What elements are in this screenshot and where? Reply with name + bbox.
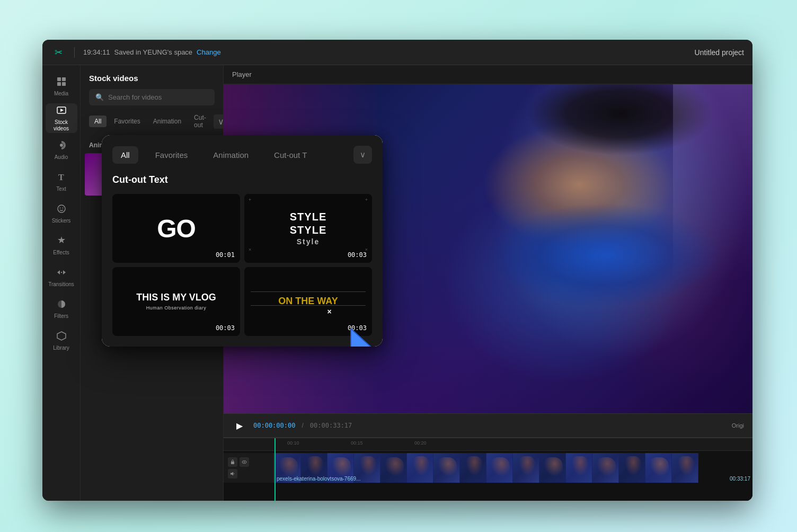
popup-inner: All Favorites Animation Cut-out T ∨ Cut-… <box>102 135 383 347</box>
effects-icon <box>56 235 67 247</box>
sidebar-item-text[interactable]: T Text <box>46 167 77 197</box>
lock-icon[interactable] <box>228 457 237 467</box>
style-text-1: STYLE <box>290 211 326 223</box>
text-icon: T <box>56 172 67 184</box>
track-controls-row1 <box>228 457 269 467</box>
popup-duration-style: 00:03 <box>348 251 367 259</box>
film-frame-16 <box>672 453 698 483</box>
playhead[interactable] <box>274 438 276 501</box>
ruler-mark-3: 00:20 <box>414 440 427 446</box>
popup-tab-cutout[interactable]: Cut-out T <box>265 146 315 164</box>
timeline-track: pexels-ekaterina-bolovtsova-7669... 00:3… <box>224 453 752 483</box>
marker-tr: + <box>365 197 368 202</box>
go-text: GO <box>157 214 196 243</box>
stickers-icon <box>56 203 67 216</box>
sidebar-item-audio[interactable]: Audio <box>46 135 77 165</box>
sidebar-item-stickers[interactable]: Stickers <box>46 199 77 228</box>
svg-rect-2 <box>57 82 61 86</box>
panel-title: Stock videos <box>81 65 223 89</box>
app-logo: ✂ <box>51 45 66 60</box>
filter-tab-animation[interactable]: Animation <box>148 116 187 127</box>
sidebar-item-stock[interactable]: Stockvideos <box>46 103 77 133</box>
search-bar[interactable]: 🔍 <box>89 89 215 105</box>
player-right-label: Origi <box>732 422 744 429</box>
stock-icon <box>56 105 67 117</box>
popup-duration-go: 00:01 <box>216 251 235 259</box>
filter-tabs: All Favorites Animation Cut-out ∨ <box>81 112 223 131</box>
film-frame-6 <box>407 453 433 483</box>
clip-duration: 00:33:17 <box>730 476 750 482</box>
search-icon: 🔍 <box>95 93 104 101</box>
svg-rect-0 <box>57 77 61 81</box>
svg-point-9 <box>59 207 60 208</box>
popup-tabs: All Favorites Animation Cut-out T ∨ <box>112 146 372 164</box>
svg-point-8 <box>58 205 65 212</box>
svg-text:T: T <box>58 173 64 182</box>
film-frame-10 <box>513 453 539 483</box>
marker-tl: + <box>249 197 251 202</box>
film-frame-12 <box>566 453 592 483</box>
popup-duration-vlog: 00:03 <box>216 324 235 332</box>
sidebar-item-media-label: Media <box>54 91 68 97</box>
audio-icon <box>56 140 67 152</box>
popup-section-title: Cut-out Text <box>112 174 372 185</box>
popup-thumb-go[interactable]: GO 00:01 <box>112 194 240 263</box>
film-frame-14 <box>619 453 645 483</box>
play-button[interactable]: ▶ <box>232 418 247 433</box>
sidebar-item-filters[interactable]: Filters <box>46 294 77 324</box>
change-link[interactable]: Change <box>197 48 221 56</box>
time-divider: / <box>302 422 303 429</box>
sidebar-item-media[interactable]: Media <box>46 72 77 101</box>
film-frame-9 <box>486 453 513 483</box>
sidebar-item-filters-label: Filters <box>54 313 68 320</box>
eye-icon[interactable] <box>240 457 249 467</box>
film-frame-11 <box>539 453 566 483</box>
svg-marker-19 <box>351 329 376 347</box>
ruler-mark-2: 00:15 <box>351 440 363 446</box>
sidebar-item-stickers-label: Stickers <box>52 218 71 224</box>
popup-thumb-style[interactable]: + + STYLE STYLE Style × × 00:03 <box>244 194 372 263</box>
film-frame-8 <box>460 453 486 483</box>
sidebar-item-text-label: Text <box>56 186 66 192</box>
film-frame-5 <box>380 453 407 483</box>
marker-bl: × <box>249 247 251 252</box>
film-frame-7 <box>433 453 460 483</box>
popup-tab-favorites[interactable]: Favorites <box>147 146 197 164</box>
right-highlight <box>673 84 752 282</box>
filter-tab-favorites[interactable]: Favorites <box>109 116 145 127</box>
sidebar-item-library[interactable]: Library <box>46 326 77 356</box>
svg-point-10 <box>62 207 63 208</box>
popup-thumb-vlog[interactable]: THIS IS MY VLOG Human Observation diary … <box>112 267 240 336</box>
style-text-2: STYLE <box>290 224 326 236</box>
sidebar-item-effects[interactable]: Effects <box>46 230 77 260</box>
svg-marker-13 <box>57 332 66 340</box>
total-time: 00:00:33:17 <box>310 422 352 429</box>
volume-icon[interactable] <box>228 469 237 478</box>
style-text-3: Style <box>297 237 320 246</box>
project-title: Untitled project <box>695 48 744 57</box>
vlog-text-sub: Human Observation diary <box>146 305 207 311</box>
top-bar: ✂ 19:34:11 Saved in YEUNG's space Change… <box>42 40 752 65</box>
svg-marker-5 <box>60 109 64 112</box>
search-input[interactable] <box>108 93 208 101</box>
popup-tab-all[interactable]: All <box>112 146 138 164</box>
sidebar-item-effects-label: Effects <box>53 250 69 256</box>
timestamp: 19:34:11 <box>83 48 110 56</box>
filter-tab-cutout[interactable]: Cut-out <box>189 112 211 131</box>
popup-tab-animation[interactable]: Animation <box>205 146 257 164</box>
popup-grid: GO 00:01 + + STYLE STYLE Style × <box>112 194 372 336</box>
timeline: 00:10 00:15 00:20 <box>224 437 752 501</box>
track-controls <box>224 453 274 483</box>
library-icon <box>56 331 67 343</box>
sidebar-item-audio-label: Audio <box>55 154 68 161</box>
track-controls-row2 <box>228 469 269 478</box>
svg-point-6 <box>60 144 63 147</box>
filters-icon <box>56 299 67 311</box>
svg-rect-15 <box>231 462 234 464</box>
filter-tab-all[interactable]: All <box>89 116 107 127</box>
popup-tab-more[interactable]: ∨ <box>353 146 372 164</box>
timeline-ruler: 00:10 00:15 00:20 <box>224 438 752 451</box>
sidebar-item-transitions[interactable]: Transitions <box>46 262 77 292</box>
dropdown-popup: All Favorites Animation Cut-out T ∨ Cut-… <box>102 135 383 347</box>
top-bar-divider <box>74 47 75 58</box>
